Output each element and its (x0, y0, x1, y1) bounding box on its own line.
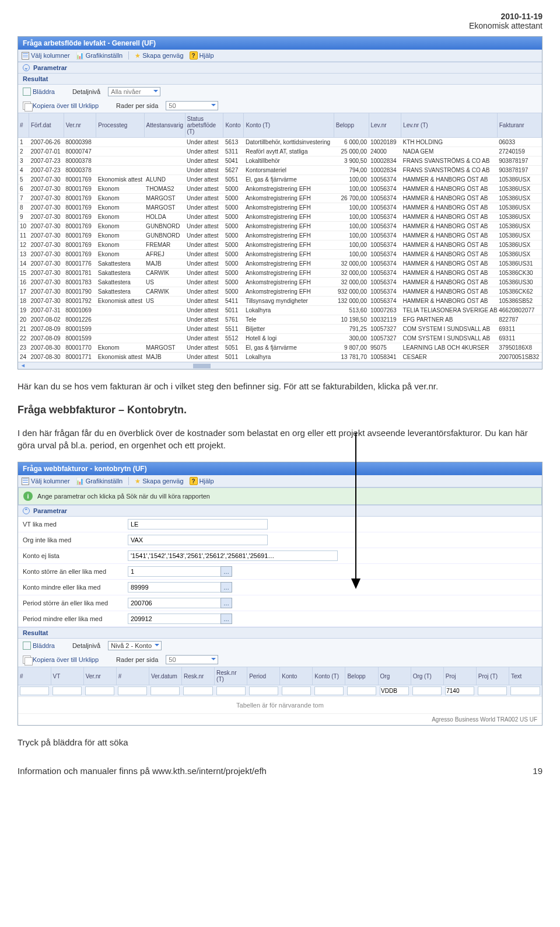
parameters-section[interactable]: ⌄ Parametrar (18, 62, 542, 74)
filter-input[interactable] (150, 686, 180, 695)
browse-lookup-btn[interactable]: … (220, 598, 232, 608)
table-row[interactable]: 72007-07-3080001769EkonomMARGOSTUnder at… (18, 194, 542, 203)
table-row[interactable]: 152007-07-3080001781SakattesteraCARWIKUn… (18, 269, 542, 278)
col-header[interactable]: Konto (280, 667, 313, 685)
table-row[interactable]: 32007-07-2380000378Under attest5041Lokal… (18, 156, 542, 166)
filter-input[interactable] (412, 686, 442, 695)
col-header[interactable]: Konto (223, 113, 244, 138)
col-header[interactable]: Org (378, 667, 411, 685)
browse-lookup-btn[interactable]: … (220, 614, 232, 624)
col-header[interactable]: Processteg (96, 113, 144, 138)
table-row[interactable]: 222007-08-0980001599Under attest5512Hote… (18, 334, 542, 343)
table-row[interactable]: 142007-07-3080001776SakattesteraMAJBUnde… (18, 259, 542, 269)
param-input[interactable] (128, 550, 338, 561)
table-row[interactable]: 172007-07-3080001790SakattesteraCARWIKUn… (18, 287, 542, 297)
copy-clipboard-btn[interactable]: Kopiera över till Urklipp (23, 102, 99, 110)
rows-per-page-select[interactable]: 50 (166, 101, 218, 110)
col-header[interactable]: Status arbetsflöde (T) (185, 113, 223, 138)
col-header[interactable]: VT (51, 667, 83, 685)
table-row[interactable]: 132007-07-3080001769EkonomAFREJUnder att… (18, 250, 542, 259)
browse-lookup-btn[interactable]: … (220, 582, 232, 593)
table-row[interactable]: 92007-07-3080001769EkonomHOLDAUnder atte… (18, 212, 542, 222)
col-header[interactable]: Period (247, 667, 280, 685)
choose-columns-btn[interactable]: Välj kolumner (22, 52, 70, 60)
parameters-section-2[interactable]: ⌃ Parametrar (18, 505, 542, 517)
table-row[interactable]: 162007-07-3080001783SakattesteraUSUnder … (18, 278, 542, 287)
col-header[interactable]: Konto (T) (313, 667, 345, 685)
col-header[interactable]: Belopp (334, 113, 369, 138)
col-header[interactable]: # (18, 113, 29, 138)
browse-btn[interactable]: Bläddra (23, 88, 55, 96)
table-row[interactable]: 62007-07-3080001769EkonomTHOMAS2Under at… (18, 184, 542, 194)
table-row[interactable]: 82007-07-3080001769EkonomMARGOSTUnder at… (18, 203, 542, 212)
help-btn[interactable]: ?Hjälp (190, 51, 214, 60)
param-input[interactable] (128, 582, 221, 593)
chart-settings-btn-2[interactable]: 📊Grafikinställn (76, 478, 123, 485)
help-btn-2[interactable]: ?Hjälp (190, 477, 214, 485)
table-row[interactable]: 232007-08-3080001770EkonomMARGOSTUnder a… (18, 343, 542, 353)
rows-per-page-select-2[interactable]: 50 (166, 655, 218, 664)
col-header[interactable]: Förf.dat (29, 113, 64, 138)
param-input[interactable] (128, 566, 221, 577)
col-header[interactable]: Resk.nr (T) (215, 667, 247, 685)
create-shortcut-btn[interactable]: ★Skapa genväg (135, 52, 183, 60)
table-row[interactable]: 212007-08-0980001599Under attest5511Bilj… (18, 325, 542, 334)
filter-input[interactable] (183, 686, 212, 695)
table-row[interactable]: 52007-07-3080001769Ekonomisk attestALUND… (18, 175, 542, 184)
col-header[interactable]: Lev.nr (T) (401, 113, 498, 138)
create-shortcut-btn-2[interactable]: ★Skapa genväg (135, 478, 183, 485)
choose-columns-btn-2[interactable]: Välj kolumner (22, 478, 70, 485)
browse-lookup-btn[interactable]: … (220, 566, 232, 577)
filter-input[interactable] (118, 686, 147, 695)
filter-input[interactable] (347, 686, 376, 695)
filter-input[interactable] (85, 686, 114, 695)
table-row[interactable]: 182007-07-3080001792Ekonomisk attestUSUn… (18, 297, 542, 306)
cell: 95075 (369, 343, 401, 353)
col-header[interactable]: Resk.nr (181, 667, 214, 685)
param-input[interactable] (128, 519, 268, 529)
table-row[interactable]: 242007-08-3080001771Ekonomisk attestMAJB… (18, 353, 542, 362)
chart-settings-btn[interactable]: 📊Grafikinställn (76, 52, 123, 60)
filter-input[interactable] (380, 686, 409, 695)
table-row[interactable]: 42007-07-2380000378Under attest5627Konto… (18, 166, 542, 175)
detail-level-select-2[interactable]: Nivå 2 - Konto (108, 641, 162, 650)
cell: Under attest (185, 259, 223, 269)
table-row[interactable]: 112007-07-3080001769EkonomGUNBNORDUnder … (18, 231, 542, 241)
browse-btn-2[interactable]: Bläddra (23, 642, 55, 650)
col-header[interactable]: # (18, 667, 51, 685)
col-header[interactable]: Org (T) (411, 667, 443, 685)
col-header[interactable]: Lev.nr (369, 113, 401, 138)
col-header[interactable]: # (116, 667, 149, 685)
col-header[interactable]: Text (509, 667, 541, 685)
param-input[interactable] (128, 535, 268, 545)
filter-input[interactable] (282, 686, 311, 695)
filter-input[interactable] (20, 686, 49, 695)
filter-input[interactable] (216, 686, 246, 695)
table-row[interactable]: 102007-07-3080001769EkonomGUNBNORDUnder … (18, 222, 542, 231)
col-header[interactable]: Attestansvarig (144, 113, 185, 138)
table-row[interactable]: 192007-07-3180001069Under attest5011Loka… (18, 306, 542, 315)
horizontal-scrollbar[interactable] (18, 362, 542, 369)
table-row[interactable]: 22007-07-0180000747Under attest5311Reafö… (18, 147, 542, 156)
col-header[interactable]: Proj (443, 667, 476, 685)
filter-input[interactable] (478, 686, 507, 695)
col-header[interactable]: Proj (T) (476, 667, 509, 685)
copy-clipboard-btn-2[interactable]: Kopiera över till Urklipp (23, 656, 99, 664)
filter-input[interactable] (249, 686, 278, 695)
detail-level-select[interactable]: Alla nivåer (108, 87, 160, 96)
col-header[interactable]: Fakturanr (497, 113, 541, 138)
col-header[interactable]: Ver.datum (149, 667, 181, 685)
filter-input[interactable] (445, 686, 474, 695)
filter-input[interactable] (314, 686, 344, 695)
col-header[interactable]: Ver.nr (64, 113, 96, 138)
table-row[interactable]: 122007-07-3080001769EkonomFREMARUnder at… (18, 241, 542, 250)
col-header[interactable]: Konto (T) (244, 113, 334, 138)
col-header[interactable]: Belopp (345, 667, 378, 685)
col-header[interactable]: Ver.nr (83, 667, 116, 685)
filter-input[interactable] (510, 686, 540, 695)
param-input[interactable] (128, 598, 221, 608)
filter-input[interactable] (52, 686, 82, 695)
table-row[interactable]: 12007-06-2680000398Under attest5613Dator… (18, 138, 542, 147)
table-row[interactable]: 202007-08-0280001226Under attest5761Tele… (18, 315, 542, 325)
param-input[interactable] (128, 614, 221, 624)
